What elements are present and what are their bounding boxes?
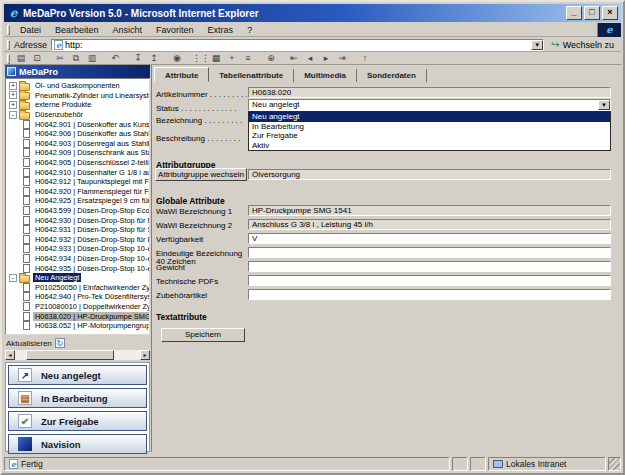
toolbar-grip[interactable]: [7, 25, 10, 35]
refresh-icon[interactable]: ↻: [55, 338, 65, 348]
menu-item-extras[interactable]: Extras: [201, 24, 241, 36]
menu-item-favoriten[interactable]: Favoriten: [149, 24, 201, 36]
tree-item[interactable]: H0642.901 | Düsenkoffer aus Kunststo: [6, 119, 149, 129]
nav-button-in-bearbeitung[interactable]: ▤In Bearbeitung: [8, 388, 147, 408]
export-icon[interactable]: ↥: [146, 53, 162, 64]
paste-icon[interactable]: ▥: [84, 53, 100, 64]
globale-field-input[interactable]: [248, 233, 611, 244]
nav-next-icon[interactable]: ▸: [318, 53, 334, 64]
nav-last-icon[interactable]: ⇥: [334, 53, 350, 64]
tree-item[interactable]: H0642.906 | Düsenkoffer aus Stahlble: [6, 129, 149, 139]
save-button[interactable]: Speichern: [161, 328, 245, 342]
tree-item-label: H0642.909 | Düsenschrank aus Stahl: [33, 148, 149, 157]
cut-icon[interactable]: ✂: [52, 53, 68, 64]
tab-sonderdaten[interactable]: Sonderdaten: [357, 69, 427, 82]
tab-tabellenattribute[interactable]: Tabellenattribute: [209, 69, 294, 82]
tree-item[interactable]: H0638.052 | HP-Motorpumpengruppe: [6, 321, 149, 331]
undo-icon[interactable]: ↶: [107, 53, 123, 64]
tree-item[interactable]: -Neu Angelegt: [6, 273, 149, 283]
toolbar-grip[interactable]: [7, 54, 10, 64]
minimize-button[interactable]: _: [566, 6, 582, 20]
tree-item[interactable]: H0642.920 | Flammenspiegel für Flam: [6, 187, 149, 197]
expander-icon[interactable]: +: [9, 82, 17, 90]
scroll-right-icon[interactable]: ▸: [140, 350, 150, 360]
tree-item[interactable]: H0642.912 | Taupunktspiegel mit Fle: [6, 177, 149, 187]
in-bearbeitung-icon: ▤: [18, 391, 32, 405]
menu-item-?[interactable]: ?: [240, 24, 259, 36]
tree-item[interactable]: +Öl- und Gaskomponenten: [6, 81, 149, 91]
copy-icon[interactable]: ⧉: [68, 53, 84, 64]
status-combobox[interactable]: Neu angelegt ▼: [248, 99, 611, 111]
nav-button-zur-freigabe[interactable]: ✔Zur Freigabe: [8, 411, 147, 431]
nav-prev-icon[interactable]: ◂: [302, 53, 318, 64]
close-button[interactable]: ×: [602, 6, 618, 20]
ie-logo-icon: e: [7, 7, 20, 20]
resize-grip[interactable]: [608, 457, 621, 471]
grid-icon[interactable]: ▦: [208, 53, 224, 64]
globale-field-label: Zubehörartikel: [156, 292, 246, 300]
tree-item[interactable]: H0642.925 | Ersatzspiegel 9 cm für F: [6, 196, 149, 206]
nav-up-icon[interactable]: ↑: [357, 53, 373, 64]
tree-item[interactable]: H0642.909 | Düsenschrank aus Stahl: [6, 148, 149, 158]
tree-item[interactable]: H0642.934 | Düsen-Drop-Stop 10-er: [6, 254, 149, 264]
scroll-left-icon[interactable]: ◂: [5, 350, 15, 360]
go-button[interactable]: ↪ Wechseln zu: [544, 40, 621, 50]
tree-item[interactable]: H0642.933 | Düsen-Drop-Stop 10-er: [6, 244, 149, 254]
tree-item[interactable]: H0642.931 | Düsen-Drop-Stop für Ste: [6, 225, 149, 235]
globale-field-input[interactable]: [248, 289, 611, 300]
scroll-track[interactable]: [15, 350, 140, 360]
print-preview-icon[interactable]: ⊡: [29, 53, 45, 64]
address-dropdown-arrow-icon[interactable]: ▼: [531, 40, 543, 50]
tree-item[interactable]: H0642.932 | Düsen-Drop-Stop für Da: [6, 235, 149, 245]
tree-item[interactable]: +Pneumatik-Zylinder und Linearsysteme: [6, 91, 149, 101]
tree-item[interactable]: -Düsenzubehör: [6, 110, 149, 120]
nav-button-navision[interactable]: Navision: [8, 434, 147, 454]
maximize-button[interactable]: □: [584, 6, 600, 20]
expander-icon[interactable]: -: [9, 274, 17, 282]
status-dropdown-arrow-icon[interactable]: ▼: [598, 100, 610, 110]
nav-first-icon[interactable]: ⇤: [286, 53, 302, 64]
tree-item[interactable]: H0642.903 | Düsenregal aus Stahlblec: [6, 139, 149, 149]
globale-attribute-rows: WaWi Bezeichnung 1HP-Druckpumpe SMG 1541…: [153, 205, 613, 303]
globale-field-input[interactable]: [248, 247, 611, 258]
horizontal-scrollbar[interactable]: ◂ ▸: [5, 350, 150, 360]
tree-item[interactable]: +externe Produkte: [6, 100, 149, 110]
address-input[interactable]: [63, 40, 531, 50]
tree-item[interactable]: H0643.599 | Düsen-Drop-Stop EcoVa: [6, 206, 149, 216]
tab-attribute[interactable]: Attribute: [154, 67, 209, 82]
find-icon[interactable]: ◉: [169, 53, 185, 64]
menu-item-datei[interactable]: Datei: [13, 24, 48, 36]
status-option[interactable]: Aktiv: [249, 141, 610, 151]
tree-item[interactable]: H0642.910 | Düsenhalter G 1/8 i aus: [6, 167, 149, 177]
tree-item[interactable]: P010250050 | Einfachwirkender Zylin: [6, 282, 149, 292]
move-icon[interactable]: ⊕: [263, 53, 279, 64]
attributgruppe-wechseln-button[interactable]: Attributgruppe wechseln: [155, 168, 247, 181]
globale-field-input[interactable]: [248, 261, 611, 272]
status-option[interactable]: In Bearbeitung: [249, 122, 610, 132]
expander-icon[interactable]: -: [9, 111, 17, 119]
tree-item[interactable]: H0642.905 | Düsenschlüssel 2-teilig: [6, 158, 149, 168]
import-icon[interactable]: ↧: [130, 53, 146, 64]
nav-button-neu-angelegt[interactable]: ↗Neu angelegt: [8, 365, 147, 385]
status-option[interactable]: Neu angelegt: [249, 112, 610, 122]
tab-multimedia[interactable]: Multimedia: [294, 69, 357, 82]
print-icon[interactable]: ▤: [13, 53, 29, 64]
scroll-thumb[interactable]: [26, 350, 114, 360]
globale-field-input[interactable]: [248, 275, 611, 286]
tree-item[interactable]: H0642.930 | Düsen-Drop-Stop für Mo: [6, 215, 149, 225]
toolbar-grip[interactable]: [7, 40, 10, 50]
menu-item-bearbeiten[interactable]: Bearbeiten: [48, 24, 106, 36]
grid-dots-icon[interactable]: ⋮⋮: [192, 53, 208, 64]
status-option[interactable]: Zur Freigabe: [249, 131, 610, 141]
menu-item-ansicht[interactable]: Ansicht: [106, 24, 150, 36]
tree-item[interactable]: H0642.935 | Düsen-Drop-Stop 10-er: [6, 263, 149, 273]
expander-icon[interactable]: +: [9, 101, 17, 109]
list-icon[interactable]: ≡: [240, 53, 256, 64]
status-label: Status . . . . . . . . . . . . .: [156, 104, 248, 113]
add-icon[interactable]: +: [224, 53, 240, 64]
tree-item[interactable]: H0638.020 | HP-Druckpumpe SMG 15: [6, 311, 149, 321]
tree-item[interactable]: H0642.940 | Pro-Tek Düsenfiltersysb: [6, 292, 149, 302]
tree-item[interactable]: P210080010 | Doppeltwirkender Zylin: [6, 302, 149, 312]
expander-icon[interactable]: +: [9, 91, 17, 99]
status-value: Neu angelegt: [249, 100, 598, 110]
